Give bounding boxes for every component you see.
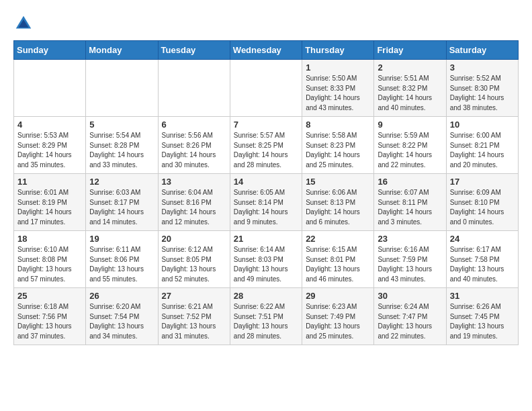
calendar-cell: 4Sunrise: 5:53 AM Sunset: 8:29 PM Daylig…	[14, 117, 86, 174]
day-info: Sunrise: 6:23 AM Sunset: 7:49 PM Dayligh…	[306, 302, 370, 341]
day-number: 8	[306, 120, 370, 130]
calendar-header-row: SundayMondayTuesdayWednesdayThursdayFrid…	[14, 41, 519, 60]
day-info: Sunrise: 6:15 AM Sunset: 8:01 PM Dayligh…	[306, 245, 370, 284]
day-info: Sunrise: 6:12 AM Sunset: 8:05 PM Dayligh…	[162, 245, 226, 284]
day-info: Sunrise: 6:21 AM Sunset: 7:52 PM Dayligh…	[162, 302, 226, 341]
day-number: 25	[17, 291, 82, 301]
day-info: Sunrise: 6:09 AM Sunset: 8:10 PM Dayligh…	[450, 188, 515, 227]
day-number: 21	[234, 234, 298, 244]
calendar-cell: 8Sunrise: 5:58 AM Sunset: 8:23 PM Daylig…	[302, 117, 374, 174]
calendar-week-1: 1Sunrise: 5:50 AM Sunset: 8:33 PM Daylig…	[14, 60, 519, 117]
calendar-cell: 13Sunrise: 6:04 AM Sunset: 8:16 PM Dayli…	[158, 174, 230, 231]
calendar-cell: 18Sunrise: 6:10 AM Sunset: 8:08 PM Dayli…	[14, 231, 86, 288]
calendar-cell: 19Sunrise: 6:11 AM Sunset: 8:06 PM Dayli…	[86, 231, 158, 288]
day-info: Sunrise: 6:16 AM Sunset: 7:59 PM Dayligh…	[378, 245, 442, 284]
day-info: Sunrise: 6:17 AM Sunset: 7:58 PM Dayligh…	[450, 245, 515, 284]
day-info: Sunrise: 6:14 AM Sunset: 8:03 PM Dayligh…	[234, 245, 298, 284]
calendar-cell: 20Sunrise: 6:12 AM Sunset: 8:05 PM Dayli…	[158, 231, 230, 288]
header-sunday: Sunday	[14, 41, 86, 60]
day-info: Sunrise: 6:22 AM Sunset: 7:51 PM Dayligh…	[234, 302, 298, 341]
calendar-cell: 21Sunrise: 6:14 AM Sunset: 8:03 PM Dayli…	[230, 231, 302, 288]
day-number: 2	[378, 62, 442, 73]
day-number: 7	[234, 120, 298, 130]
calendar-cell: 27Sunrise: 6:21 AM Sunset: 7:52 PM Dayli…	[158, 288, 230, 345]
day-info: Sunrise: 6:07 AM Sunset: 8:11 PM Dayligh…	[378, 188, 442, 227]
calendar-cell: 12Sunrise: 6:03 AM Sunset: 8:17 PM Dayli…	[86, 174, 158, 231]
header-monday: Monday	[86, 41, 158, 60]
header-saturday: Saturday	[446, 41, 518, 60]
logo	[13, 13, 36, 34]
calendar-cell: 17Sunrise: 6:09 AM Sunset: 8:10 PM Dayli…	[446, 174, 518, 231]
page-header	[13, 13, 519, 34]
calendar-cell	[86, 60, 158, 117]
calendar-week-4: 18Sunrise: 6:10 AM Sunset: 8:08 PM Dayli…	[14, 231, 519, 288]
day-number: 28	[234, 291, 298, 301]
day-number: 31	[450, 291, 515, 301]
calendar-cell: 29Sunrise: 6:23 AM Sunset: 7:49 PM Dayli…	[302, 288, 374, 345]
day-number: 6	[162, 120, 226, 130]
day-number: 17	[450, 177, 515, 187]
calendar-cell: 11Sunrise: 6:01 AM Sunset: 8:19 PM Dayli…	[14, 174, 86, 231]
calendar-cell: 28Sunrise: 6:22 AM Sunset: 7:51 PM Dayli…	[230, 288, 302, 345]
day-number: 13	[162, 177, 226, 187]
day-number: 30	[378, 291, 442, 301]
day-info: Sunrise: 6:03 AM Sunset: 8:17 PM Dayligh…	[89, 188, 154, 227]
day-info: Sunrise: 6:24 AM Sunset: 7:47 PM Dayligh…	[378, 302, 442, 341]
calendar-week-5: 25Sunrise: 6:18 AM Sunset: 7:56 PM Dayli…	[14, 288, 519, 345]
day-info: Sunrise: 6:00 AM Sunset: 8:21 PM Dayligh…	[450, 131, 515, 170]
day-number: 18	[17, 234, 82, 244]
day-number: 16	[378, 177, 442, 187]
day-info: Sunrise: 5:52 AM Sunset: 8:30 PM Dayligh…	[450, 74, 515, 113]
calendar-cell: 23Sunrise: 6:16 AM Sunset: 7:59 PM Dayli…	[374, 231, 446, 288]
day-info: Sunrise: 6:11 AM Sunset: 8:06 PM Dayligh…	[89, 245, 154, 284]
day-number: 24	[450, 234, 515, 244]
calendar-week-3: 11Sunrise: 6:01 AM Sunset: 8:19 PM Dayli…	[14, 174, 519, 231]
day-info: Sunrise: 6:18 AM Sunset: 7:56 PM Dayligh…	[17, 302, 82, 341]
calendar-cell: 24Sunrise: 6:17 AM Sunset: 7:58 PM Dayli…	[446, 231, 518, 288]
header-thursday: Thursday	[302, 41, 374, 60]
calendar-cell: 16Sunrise: 6:07 AM Sunset: 8:11 PM Dayli…	[374, 174, 446, 231]
day-number: 5	[89, 120, 154, 130]
day-number: 20	[162, 234, 226, 244]
header-friday: Friday	[374, 41, 446, 60]
day-number: 11	[17, 177, 82, 187]
header-wednesday: Wednesday	[230, 41, 302, 60]
calendar-cell: 6Sunrise: 5:56 AM Sunset: 8:26 PM Daylig…	[158, 117, 230, 174]
calendar-week-2: 4Sunrise: 5:53 AM Sunset: 8:29 PM Daylig…	[14, 117, 519, 174]
calendar-cell: 31Sunrise: 6:26 AM Sunset: 7:45 PM Dayli…	[446, 288, 518, 345]
day-info: Sunrise: 5:54 AM Sunset: 8:28 PM Dayligh…	[89, 131, 154, 170]
day-info: Sunrise: 6:10 AM Sunset: 8:08 PM Dayligh…	[17, 245, 82, 284]
day-info: Sunrise: 5:58 AM Sunset: 8:23 PM Dayligh…	[306, 131, 370, 170]
calendar-cell	[230, 60, 302, 117]
calendar-cell: 22Sunrise: 6:15 AM Sunset: 8:01 PM Dayli…	[302, 231, 374, 288]
day-number: 22	[306, 234, 370, 244]
calendar-cell: 30Sunrise: 6:24 AM Sunset: 7:47 PM Dayli…	[374, 288, 446, 345]
day-number: 23	[378, 234, 442, 244]
day-number: 19	[89, 234, 154, 244]
day-number: 27	[162, 291, 226, 301]
calendar-cell	[158, 60, 230, 117]
day-info: Sunrise: 6:20 AM Sunset: 7:54 PM Dayligh…	[89, 302, 154, 341]
day-info: Sunrise: 6:04 AM Sunset: 8:16 PM Dayligh…	[162, 188, 226, 227]
day-number: 4	[17, 120, 82, 130]
day-info: Sunrise: 6:26 AM Sunset: 7:45 PM Dayligh…	[450, 302, 515, 341]
day-info: Sunrise: 5:59 AM Sunset: 8:22 PM Dayligh…	[378, 131, 442, 170]
calendar-cell: 15Sunrise: 6:06 AM Sunset: 8:13 PM Dayli…	[302, 174, 374, 231]
day-number: 9	[378, 120, 442, 130]
calendar-cell: 25Sunrise: 6:18 AM Sunset: 7:56 PM Dayli…	[14, 288, 86, 345]
day-number: 3	[450, 62, 515, 73]
day-info: Sunrise: 5:56 AM Sunset: 8:26 PM Dayligh…	[162, 131, 226, 170]
day-number: 10	[450, 120, 515, 130]
day-info: Sunrise: 6:06 AM Sunset: 8:13 PM Dayligh…	[306, 188, 370, 227]
day-info: Sunrise: 6:01 AM Sunset: 8:19 PM Dayligh…	[17, 188, 82, 227]
day-number: 14	[234, 177, 298, 187]
calendar-cell: 5Sunrise: 5:54 AM Sunset: 8:28 PM Daylig…	[86, 117, 158, 174]
day-number: 15	[306, 177, 370, 187]
logo-icon	[13, 13, 34, 34]
calendar-cell: 3Sunrise: 5:52 AM Sunset: 8:30 PM Daylig…	[446, 60, 518, 117]
day-number: 29	[306, 291, 370, 301]
calendar-cell: 9Sunrise: 5:59 AM Sunset: 8:22 PM Daylig…	[374, 117, 446, 174]
header-tuesday: Tuesday	[158, 41, 230, 60]
calendar-cell: 1Sunrise: 5:50 AM Sunset: 8:33 PM Daylig…	[302, 60, 374, 117]
day-number: 1	[306, 62, 370, 73]
